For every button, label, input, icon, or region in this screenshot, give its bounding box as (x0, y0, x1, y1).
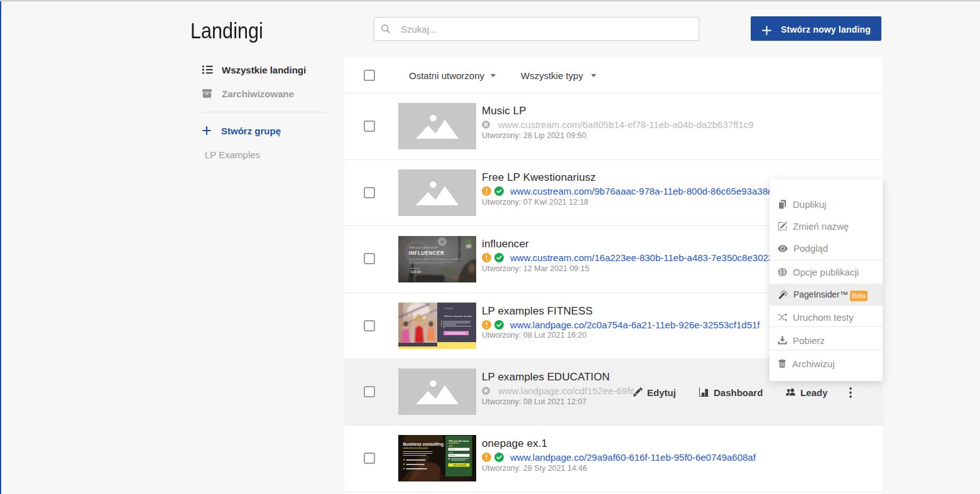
svg-text:INFLUENCER: INFLUENCER (409, 250, 445, 256)
svg-text:Business consulting: Business consulting (403, 442, 444, 447)
svg-text:Fitness classes for you: Fitness classes for you (444, 314, 472, 318)
svg-text:make the best decision: make the best decision (403, 447, 428, 449)
svg-text:Start your career as an: Start your career as an (409, 246, 438, 249)
svg-text:Onstagead: connect with & grow: Onstagead: connect with & grow your audi… (409, 257, 462, 260)
svg-text:Fill out the form: Fill out the form (449, 439, 469, 443)
svg-text:Get in touch!: Get in touch! (454, 464, 466, 466)
svg-text:LOGO: LOGO (445, 307, 454, 310)
svg-text:$29.99: $29.99 (411, 270, 421, 274)
